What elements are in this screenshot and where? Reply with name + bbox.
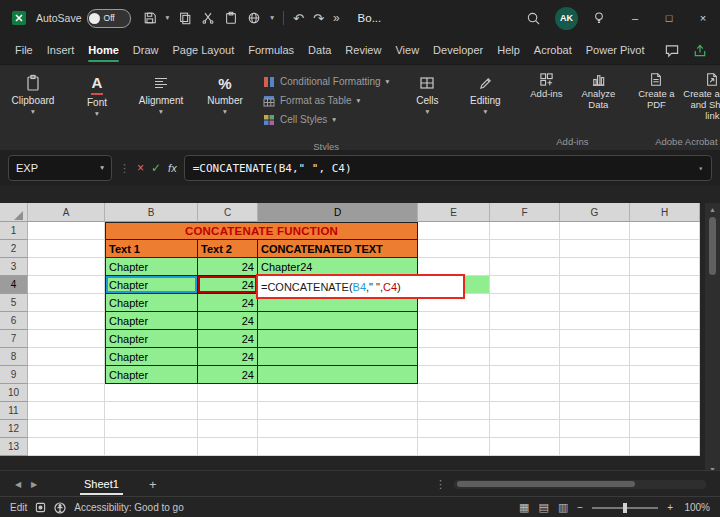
menu-tab-developer[interactable]: Developer: [426, 36, 490, 64]
copy-button[interactable]: [178, 11, 192, 25]
cell-C12[interactable]: [198, 420, 258, 438]
cell-B12[interactable]: [105, 420, 198, 438]
dictate-globe-icon[interactable]: [247, 11, 261, 25]
add-ins-button[interactable]: Add-ins: [520, 67, 572, 100]
cell-G3[interactable]: [560, 258, 630, 276]
row-header-7[interactable]: 7: [0, 330, 28, 348]
zoom-slider[interactable]: [592, 507, 658, 509]
save-button[interactable]: [143, 11, 157, 25]
cell-D6[interactable]: [258, 312, 418, 330]
search-icon[interactable]: [526, 11, 541, 26]
cell-G11[interactable]: [560, 402, 630, 420]
cell-D8[interactable]: [258, 348, 418, 366]
cell-A1[interactable]: [28, 222, 105, 240]
create-pdf-share-button[interactable]: Create a PDF and Share link: [682, 67, 720, 122]
cell-H4[interactable]: [630, 276, 700, 294]
cell-F11[interactable]: [490, 402, 560, 420]
col-header-H[interactable]: H: [630, 203, 700, 222]
vertical-scrollbar[interactable]: ▲ ▼: [705, 203, 720, 476]
formula-bar-expand-icon[interactable]: ▾: [698, 164, 703, 173]
cancel-entry-button[interactable]: ×: [137, 161, 144, 175]
globe-dropdown-icon[interactable]: ▾: [270, 14, 274, 22]
formula-input[interactable]: =CONCATENATE(B4," ", C4) ▾: [184, 155, 712, 181]
cell-E6[interactable]: [418, 312, 490, 330]
cell-G13[interactable]: [560, 438, 630, 456]
cell-G1[interactable]: [560, 222, 630, 240]
row-header-6[interactable]: 6: [0, 312, 28, 330]
page-break-view-button[interactable]: ▥: [558, 501, 568, 514]
autosave-control[interactable]: AutoSave Off: [36, 9, 131, 28]
row-header-13[interactable]: 13: [0, 438, 28, 456]
cell-E9[interactable]: [418, 366, 490, 384]
cell-H13[interactable]: [630, 438, 700, 456]
next-sheet-icon[interactable]: ▶: [26, 480, 42, 489]
cell-A2[interactable]: [28, 240, 105, 258]
col-header-E[interactable]: E: [418, 203, 490, 222]
cell-F8[interactable]: [490, 348, 560, 366]
zoom-slider-thumb[interactable]: [623, 503, 627, 513]
cell-A6[interactable]: [28, 312, 105, 330]
menu-tab-formulas[interactable]: Formulas: [241, 36, 301, 64]
cell-A9[interactable]: [28, 366, 105, 384]
cell-C2[interactable]: Text 2: [198, 240, 258, 258]
undo-button[interactable]: ↶: [293, 11, 304, 26]
formula-bar-drag-handle[interactable]: ⋮: [119, 162, 130, 175]
zoom-out-button[interactable]: −: [577, 502, 583, 513]
cell-D9[interactable]: [258, 366, 418, 384]
cell-H2[interactable]: [630, 240, 700, 258]
cell-F9[interactable]: [490, 366, 560, 384]
cell-B2[interactable]: Text 1: [105, 240, 198, 258]
cell-A5[interactable]: [28, 294, 105, 312]
cell-C10[interactable]: [198, 384, 258, 402]
close-button[interactable]: ×: [686, 0, 720, 36]
number-button[interactable]: % Number ▾: [196, 67, 254, 116]
cell-H12[interactable]: [630, 420, 700, 438]
accessibility-status[interactable]: Accessibility: Good to go: [74, 502, 184, 513]
cell-F13[interactable]: [490, 438, 560, 456]
cell-B7[interactable]: Chapter: [105, 330, 198, 348]
redo-button[interactable]: ↷: [313, 11, 324, 26]
cell-F4[interactable]: [490, 276, 560, 294]
cell-A8[interactable]: [28, 348, 105, 366]
cell-H6[interactable]: [630, 312, 700, 330]
insert-function-button[interactable]: fx: [168, 162, 177, 174]
minimize-button[interactable]: –: [618, 0, 652, 36]
horizontal-scrollbar[interactable]: [454, 480, 706, 489]
cell-C5[interactable]: 24: [198, 294, 258, 312]
cell-C11[interactable]: [198, 402, 258, 420]
more-commands-button[interactable]: »: [333, 11, 340, 25]
cell-C13[interactable]: [198, 438, 258, 456]
menu-tab-power-pivot[interactable]: Power Pivot: [579, 36, 652, 64]
cell-H3[interactable]: [630, 258, 700, 276]
menu-tab-acrobat[interactable]: Acrobat: [527, 36, 579, 64]
horizontal-scrollbar-thumb[interactable]: [457, 481, 635, 487]
account-avatar[interactable]: AK: [555, 7, 578, 30]
create-pdf-button[interactable]: Create a PDF: [630, 67, 682, 111]
alignment-button[interactable]: Alignment ▾: [132, 67, 190, 116]
cell-F7[interactable]: [490, 330, 560, 348]
cell-A4[interactable]: [28, 276, 105, 294]
cell-D7[interactable]: [258, 330, 418, 348]
cell-H5[interactable]: [630, 294, 700, 312]
cell-B5[interactable]: Chapter: [105, 294, 198, 312]
cell-F6[interactable]: [490, 312, 560, 330]
cell-C4[interactable]: 24: [198, 276, 258, 294]
save-dropdown-icon[interactable]: ▾: [166, 14, 170, 22]
col-header-F[interactable]: F: [490, 203, 560, 222]
cell-G4[interactable]: [560, 276, 630, 294]
maximize-button[interactable]: □: [652, 0, 686, 36]
cell-G9[interactable]: [560, 366, 630, 384]
zoom-level[interactable]: 100%: [682, 502, 710, 513]
cell-B9[interactable]: Chapter: [105, 366, 198, 384]
menu-tab-page-layout[interactable]: Page Layout: [165, 36, 241, 64]
cell-B4[interactable]: Chapter: [105, 276, 198, 294]
menu-tab-draw[interactable]: Draw: [126, 36, 166, 64]
row-header-1[interactable]: 1: [0, 222, 28, 240]
editing-button[interactable]: Editing ▾: [456, 67, 514, 116]
cell-H1[interactable]: [630, 222, 700, 240]
cell-E10[interactable]: [418, 384, 490, 402]
col-header-A[interactable]: A: [28, 203, 105, 222]
cell-F1[interactable]: [490, 222, 560, 240]
menu-tab-file[interactable]: File: [8, 36, 40, 64]
cell-C8[interactable]: 24: [198, 348, 258, 366]
